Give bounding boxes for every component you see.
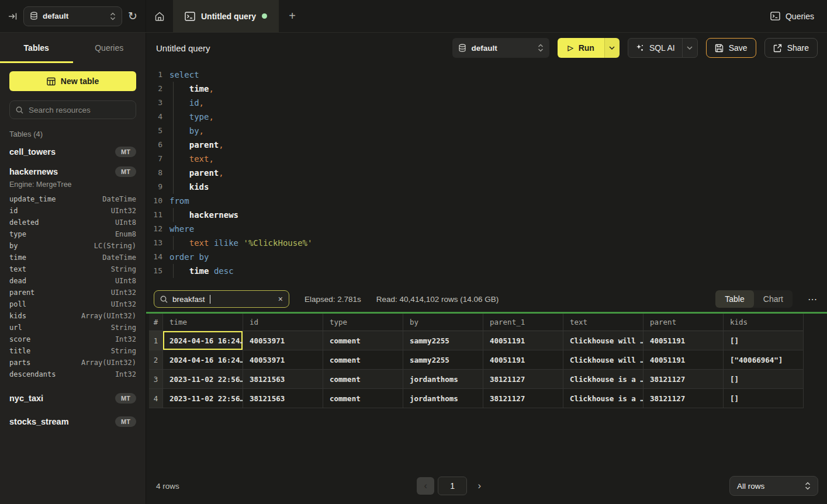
share-button[interactable]: Share	[764, 38, 818, 58]
table-cell[interactable]: 40051191	[483, 350, 563, 370]
table-cell[interactable]: 2023-11-02 22:56…	[163, 370, 243, 389]
editor-line[interactable]: 3 id,	[146, 96, 827, 110]
new-tab-button[interactable]: +	[279, 0, 306, 32]
table-cell[interactable]: sammy2255	[403, 350, 483, 370]
table-cell[interactable]: 40053971	[243, 350, 323, 370]
table-cell[interactable]: 40053971	[243, 331, 323, 350]
sidebar-item-hackernews[interactable]: hackernews MT	[0, 162, 146, 182]
view-table-button[interactable]: Table	[715, 290, 753, 308]
editor-line[interactable]: 2 time,	[146, 82, 827, 96]
row-number-cell[interactable]: 3	[149, 370, 163, 389]
table-cell[interactable]: comment	[323, 370, 403, 389]
tab-untitled-query[interactable]: Untitled query	[173, 0, 279, 32]
clear-search-button[interactable]: ×	[278, 294, 283, 304]
sql-editor[interactable]: 1select2 time,3 id,4 type,5 by,6 parent,…	[146, 63, 827, 286]
table-cell[interactable]: 40051191	[483, 331, 563, 350]
table-cell[interactable]: []	[724, 389, 804, 408]
sql-ai-button[interactable]: SQL AI	[628, 39, 682, 57]
sql-ai-options-button[interactable]	[682, 39, 697, 57]
column-header[interactable]: id	[243, 314, 323, 331]
editor-line[interactable]: 12where	[146, 222, 827, 236]
table-cell[interactable]: 40051191	[643, 350, 724, 370]
column-header[interactable]: parent	[643, 314, 724, 331]
table-cell[interactable]: 40051191	[643, 331, 724, 350]
sidebar-item-cell-towers[interactable]: cell_towers MT	[0, 142, 146, 162]
table-cell[interactable]: Clickhouse will …	[563, 331, 643, 350]
table-cell[interactable]: Clickhouse will …	[563, 350, 643, 370]
table-cell[interactable]: Clickhouse is a …	[563, 389, 643, 408]
table-cell[interactable]: 38121127	[483, 389, 563, 408]
table-name: cell_towers	[9, 147, 56, 157]
editor-line[interactable]: 14order by	[146, 250, 827, 264]
more-options-button[interactable]: ⋯	[808, 294, 818, 305]
sidebar-item-stocks-stream[interactable]: stocks_stream MT	[0, 412, 146, 432]
editor-line[interactable]: 7 text,	[146, 152, 827, 166]
table-row[interactable]: 22024-04-16 16:24…40053971commentsammy22…	[149, 350, 804, 370]
home-button[interactable]	[146, 0, 173, 32]
editor-line[interactable]: 6 parent,	[146, 138, 827, 152]
table-cell[interactable]: 38121563	[243, 389, 323, 408]
editor-line[interactable]: 15 time desc	[146, 264, 827, 278]
header-database-select[interactable]: default	[452, 38, 549, 58]
token: select	[169, 70, 199, 79]
table-name: hackernews	[9, 167, 58, 176]
table-row[interactable]: 32023-11-02 22:56…38121563commentjordant…	[149, 370, 804, 389]
editor-line[interactable]: 8 parent,	[146, 166, 827, 180]
table-cell[interactable]: 38121563	[243, 370, 323, 389]
column-header[interactable]: parent_1	[483, 314, 563, 331]
column-header[interactable]: text	[563, 314, 643, 331]
sidebar-tab-queries[interactable]: Queries	[73, 33, 146, 63]
table-cell[interactable]: comment	[323, 389, 403, 408]
page-number[interactable]: 1	[438, 477, 467, 495]
editor-line[interactable]: 1select	[146, 68, 827, 82]
run-options-button[interactable]	[604, 38, 620, 58]
refresh-button[interactable]: ↻	[128, 11, 137, 22]
editor-line[interactable]: 5 by,	[146, 124, 827, 138]
table-row[interactable]: 42023-11-02 22:56…38121563commentjordant…	[149, 389, 804, 408]
table-cell[interactable]: []	[724, 331, 804, 350]
save-button[interactable]: Save	[706, 38, 756, 58]
table-cell[interactable]: []	[724, 370, 804, 389]
table-cell[interactable]: comment	[323, 331, 403, 350]
page-size-select[interactable]: All rows	[729, 476, 818, 496]
table-cell[interactable]: sammy2255	[403, 331, 483, 350]
editor-line[interactable]: 10from	[146, 194, 827, 208]
editor-line[interactable]: 9 kids	[146, 180, 827, 194]
row-number-cell[interactable]: 4	[149, 389, 163, 408]
collapse-sidebar-button[interactable]	[8, 12, 18, 21]
table-cell[interactable]: 2024-04-16 16:24…	[163, 350, 243, 370]
column-header[interactable]: by	[403, 314, 483, 331]
next-page-button[interactable]: ›	[470, 477, 488, 495]
results-search-input[interactable]: breakfast ×	[154, 290, 289, 308]
table-cell[interactable]: jordanthoms	[403, 370, 483, 389]
table-cell[interactable]: Clickhouse is a …	[563, 370, 643, 389]
table-cell[interactable]: 38121127	[643, 389, 724, 408]
table-cell[interactable]: ["40066964"]	[724, 350, 804, 370]
elapsed-stat: Elapsed: 2.781s	[304, 295, 361, 304]
table-cell[interactable]: jordanthoms	[403, 389, 483, 408]
run-button[interactable]: ▷ Run	[558, 38, 604, 58]
queries-button[interactable]: Queries	[770, 0, 814, 32]
table-cell[interactable]: 38121127	[483, 370, 563, 389]
editor-line[interactable]: 11 hackernews	[146, 208, 827, 222]
editor-line[interactable]: 13 text ilike '%ClickHouse%'	[146, 236, 827, 250]
editor-line[interactable]: 4 type,	[146, 110, 827, 124]
table-row[interactable]: 12024-04-16 16:24…40053971commentsammy22…	[149, 331, 804, 350]
table-cell[interactable]: 38121127	[643, 370, 724, 389]
table-cell[interactable]: 2024-04-16 16:24…	[163, 331, 243, 350]
table-cell[interactable]: 2023-11-02 22:56…	[163, 389, 243, 408]
view-chart-button[interactable]: Chart	[754, 290, 793, 308]
row-number-cell[interactable]: 1	[149, 331, 163, 350]
sidebar-search-input[interactable]: Search resources	[9, 100, 136, 119]
column-header[interactable]: kids	[724, 314, 804, 331]
column-header[interactable]: time	[163, 314, 243, 331]
new-table-button[interactable]: New table	[9, 71, 136, 91]
sidebar-tab-tables[interactable]: Tables	[0, 33, 73, 63]
column-header[interactable]: #	[149, 314, 163, 331]
sidebar-item-nyc-taxi[interactable]: nyc_taxi MT	[0, 388, 146, 408]
table-cell[interactable]: comment	[323, 350, 403, 370]
topbar-database-select[interactable]: default	[23, 6, 122, 26]
prev-page-button[interactable]: ‹	[417, 477, 434, 495]
column-header[interactable]: type	[323, 314, 403, 331]
row-number-cell[interactable]: 2	[149, 350, 163, 370]
